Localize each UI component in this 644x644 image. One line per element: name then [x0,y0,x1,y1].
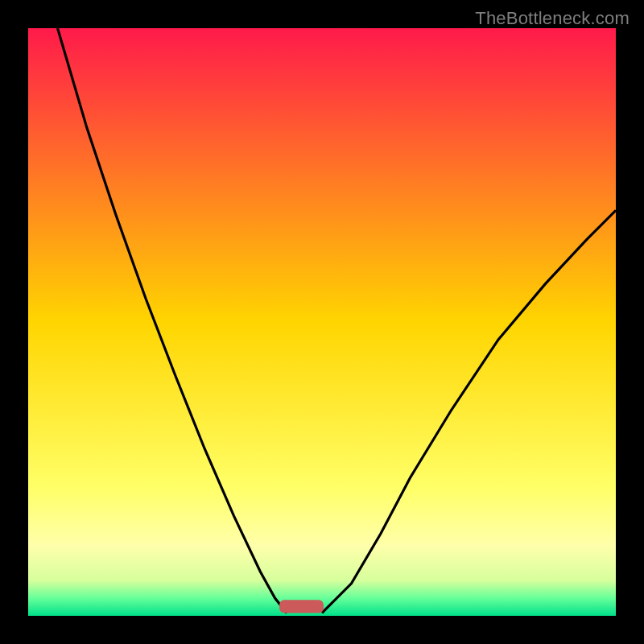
chart-svg [28,28,616,616]
bottleneck-chart [28,28,616,616]
gradient-background [28,28,616,616]
watermark-text: TheBottleneck.com [475,8,630,29]
optimum-marker [279,600,324,613]
